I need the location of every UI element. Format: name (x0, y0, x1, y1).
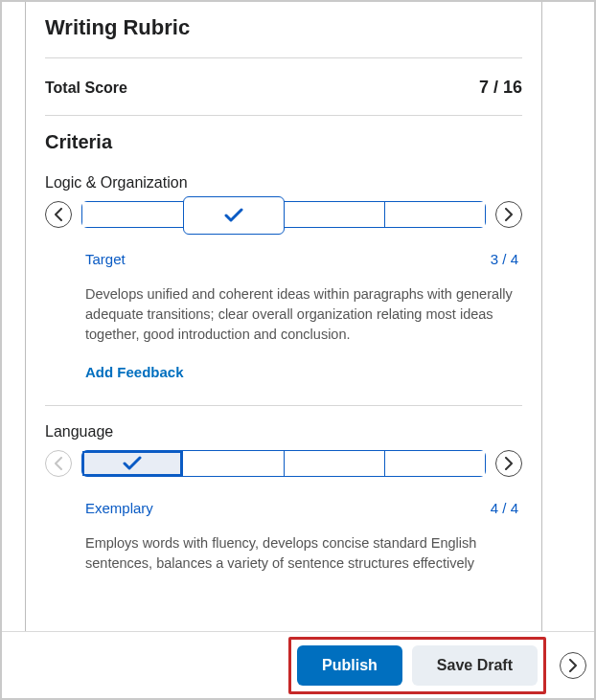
level-name: Exemplary (85, 500, 153, 516)
level-segment[interactable] (385, 451, 485, 476)
level-segment[interactable] (284, 202, 385, 227)
level-slider-row (45, 201, 522, 228)
save-draft-button[interactable]: Save Draft (412, 645, 538, 686)
footer-bar: Publish Save Draft (2, 631, 594, 698)
level-score: 3 / 4 (491, 251, 518, 267)
chevron-right-icon (504, 457, 514, 470)
criterion-name: Logic & Organization (45, 174, 522, 192)
total-score-value: 7 / 16 (479, 78, 522, 98)
check-icon (123, 456, 142, 471)
divider (45, 405, 522, 406)
total-score-label: Total Score (45, 79, 127, 97)
level-segment[interactable] (285, 451, 385, 476)
level-segment-selected[interactable] (82, 451, 183, 476)
criterion-detail: Exemplary 4 / 4 Employs words with fluen… (45, 500, 522, 574)
chevron-right-icon (504, 208, 514, 221)
level-description: Employs words with fluency, develops con… (85, 533, 518, 574)
level-slider-row (45, 450, 522, 477)
slider-prev-button[interactable] (45, 201, 72, 228)
level-segments (81, 450, 486, 477)
chevron-left-icon (54, 457, 63, 470)
app-window: Writing Rubric Total Score 7 / 16 Criter… (0, 0, 596, 700)
level-description: Develops unified and coherent ideas with… (85, 284, 518, 345)
highlighted-button-group: Publish Save Draft (288, 637, 546, 694)
level-segment[interactable] (183, 451, 284, 476)
level-segment[interactable] (82, 202, 184, 227)
level-segment[interactable] (385, 202, 486, 227)
slider-next-button[interactable] (495, 450, 522, 477)
rubric-panel: Writing Rubric Total Score 7 / 16 Criter… (25, 2, 542, 691)
publish-button[interactable]: Publish (297, 645, 402, 686)
criteria-heading: Criteria (45, 131, 522, 153)
slider-next-button[interactable] (495, 201, 522, 228)
footer-next-button[interactable] (560, 652, 586, 679)
criterion-detail: Target 3 / 4 Develops unified and cohere… (45, 251, 522, 399)
criterion-block: Language (45, 423, 522, 574)
level-summary-row: Target 3 / 4 (85, 251, 518, 267)
chevron-left-icon (54, 208, 63, 221)
criterion-name: Language (45, 423, 522, 440)
level-name: Target (85, 251, 126, 267)
level-segment-selected[interactable] (183, 196, 286, 235)
rubric-title: Writing Rubric (45, 15, 522, 40)
chevron-right-icon (568, 659, 578, 672)
slider-prev-button (45, 450, 72, 477)
level-score: 4 / 4 (491, 500, 518, 516)
level-summary-row: Exemplary 4 / 4 (85, 500, 518, 516)
total-score-row: Total Score 7 / 16 (45, 58, 522, 115)
level-segments (81, 201, 486, 228)
check-icon (224, 208, 243, 223)
divider (45, 115, 522, 116)
criterion-block: Logic & Organization (45, 174, 522, 399)
add-feedback-link[interactable]: Add Feedback (85, 364, 184, 380)
